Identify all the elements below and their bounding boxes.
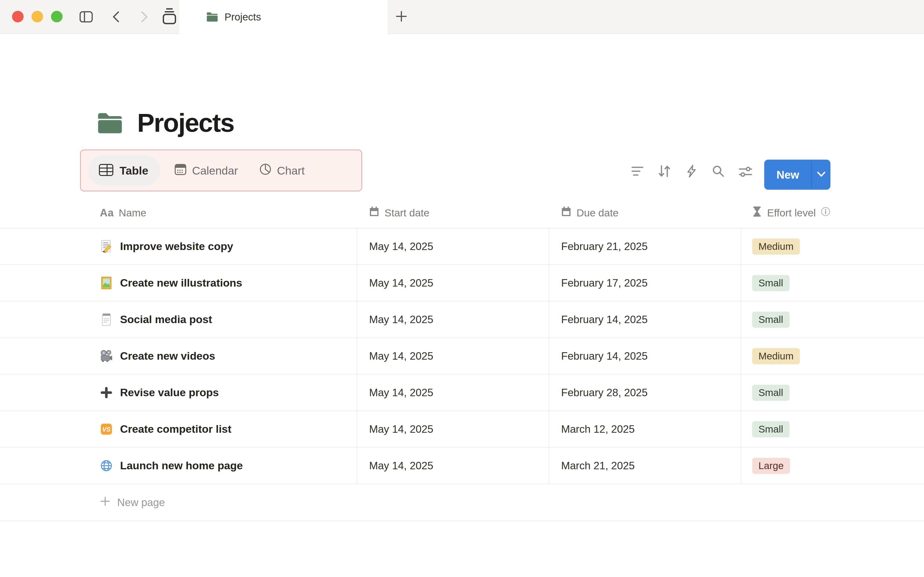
table-row[interactable]: Social media post May 14, 2025 February … [0,301,924,338]
name-cell[interactable]: Improve website copy [90,228,357,264]
back-icon[interactable] [111,11,121,23]
effort-badge: Small [752,311,790,328]
new-button-group: New [764,160,830,190]
start-date-cell[interactable]: May 14, 2025 [357,375,549,411]
new-page-label: New page [117,496,165,508]
calendar-icon [368,206,380,219]
page-name: Create new videos [120,350,215,362]
column-header-due-date[interactable]: Due date [549,198,741,228]
table-row[interactable]: Revise value props May 14, 2025 February… [0,375,924,411]
tab-title: Projects [225,11,261,23]
notepad-icon [100,313,113,326]
due-date-cell[interactable]: February 14, 2025 [549,338,741,374]
movie-camera-icon [100,350,113,362]
zoom-window-button[interactable] [51,11,63,23]
new-tab-icon[interactable] [395,10,408,23]
close-window-button[interactable] [12,11,24,23]
due-date-cell[interactable]: March 21, 2025 [549,448,741,484]
new-button[interactable]: New [764,160,811,190]
page-title[interactable]: Projects [137,108,234,138]
view-tabs-highlight: Table Calendar Chart [80,150,362,191]
new-button-dropdown[interactable] [812,160,830,190]
filter-icon[interactable] [632,166,643,177]
framed-picture-icon [100,276,113,290]
name-cell[interactable]: Create new videos [90,338,357,374]
calendar-icon [561,206,572,219]
column-label: Start date [384,207,429,219]
due-date-cell[interactable]: February 17, 2025 [549,265,741,301]
start-date-cell[interactable]: May 14, 2025 [357,228,549,264]
start-date-cell[interactable]: May 14, 2025 [357,338,549,374]
page-name: Revise value props [120,386,219,399]
plus-icon [100,496,110,509]
tab-stack-icon[interactable] [162,7,177,24]
forward-icon[interactable] [139,11,150,23]
page-folder-icon[interactable] [96,111,124,135]
plus-icon [100,387,113,399]
column-label: Due date [577,207,619,219]
page-name: Launch new home page [120,459,243,472]
page-name: Create new illustrations [120,277,242,289]
name-cell[interactable]: Launch new home page [90,448,357,484]
svg-text:VS: VS [102,426,111,433]
automations-icon[interactable] [686,164,696,179]
vs-icon: VS [100,423,113,435]
table-row[interactable]: VS Create competitor list May 14, 2025 M… [0,411,924,448]
column-header-name[interactable]: Aa Name [90,198,357,228]
view-tab-label: Calendar [192,164,238,177]
due-date-cell[interactable]: February 28, 2025 [549,375,741,411]
start-date-cell[interactable]: May 14, 2025 [357,301,549,338]
due-date-cell[interactable]: March 12, 2025 [549,411,741,447]
hourglass-icon [752,206,762,219]
table-row[interactable]: Create new illustrations May 14, 2025 Fe… [0,265,924,301]
tab-projects[interactable]: Projects [179,0,388,34]
memo-icon [100,240,113,253]
text-type-icon: Aa [100,207,114,219]
effort-cell[interactable]: Small [741,375,924,411]
name-cell[interactable]: Social media post [90,301,357,338]
effort-cell[interactable]: Small [741,265,924,301]
search-icon[interactable] [712,165,725,178]
page-name: Create competitor list [120,423,231,435]
effort-cell[interactable]: Small [741,411,924,447]
view-tab-calendar[interactable]: Calendar [174,163,238,178]
view-tab-table[interactable]: Table [88,155,160,186]
view-tab-label: Chart [277,164,305,177]
sidebar-toggle-icon[interactable] [79,11,93,23]
effort-cell[interactable]: Small [741,301,924,338]
start-date-cell[interactable]: May 14, 2025 [357,265,549,301]
effort-badge: Medium [752,348,800,364]
info-icon[interactable] [821,206,830,219]
table-row[interactable]: Create new videos May 14, 2025 February … [0,338,924,375]
view-tab-label: Table [120,164,148,177]
sort-icon[interactable] [658,164,671,179]
column-header-start-date[interactable]: Start date [357,198,549,228]
effort-badge: Small [752,275,790,291]
column-header-effort-level[interactable]: Effort level [741,198,924,228]
effort-cell[interactable]: Medium [741,338,924,374]
new-page-button[interactable]: New page [0,484,924,521]
page-name: Social media post [120,313,212,326]
due-date-cell[interactable]: February 14, 2025 [549,301,741,338]
effort-cell[interactable]: Large [741,448,924,484]
view-tab-chart[interactable]: Chart [259,163,305,178]
name-cell[interactable]: Create new illustrations [90,265,357,301]
view-settings-icon[interactable] [739,165,752,179]
name-cell[interactable]: Revise value props [90,375,357,411]
globe-icon [100,459,113,472]
table-row[interactable]: Improve website copy May 14, 2025 Februa… [0,228,924,265]
name-cell[interactable]: VS Create competitor list [90,411,357,447]
effort-badge: Medium [752,239,800,255]
start-date-cell[interactable]: May 14, 2025 [357,411,549,447]
new-button-label: New [777,168,800,181]
start-date-cell[interactable]: May 14, 2025 [357,448,549,484]
minimize-window-button[interactable] [32,11,43,23]
column-label: Effort level [767,207,816,219]
effort-cell[interactable]: Medium [741,228,924,264]
table-row[interactable]: Launch new home page May 14, 2025 March … [0,448,924,484]
database-table: Aa Name Start date Due date [0,198,924,521]
pie-chart-icon [259,163,272,178]
due-date-cell[interactable]: February 21, 2025 [549,228,741,264]
table-view-icon [99,164,113,177]
folder-icon [206,11,218,23]
